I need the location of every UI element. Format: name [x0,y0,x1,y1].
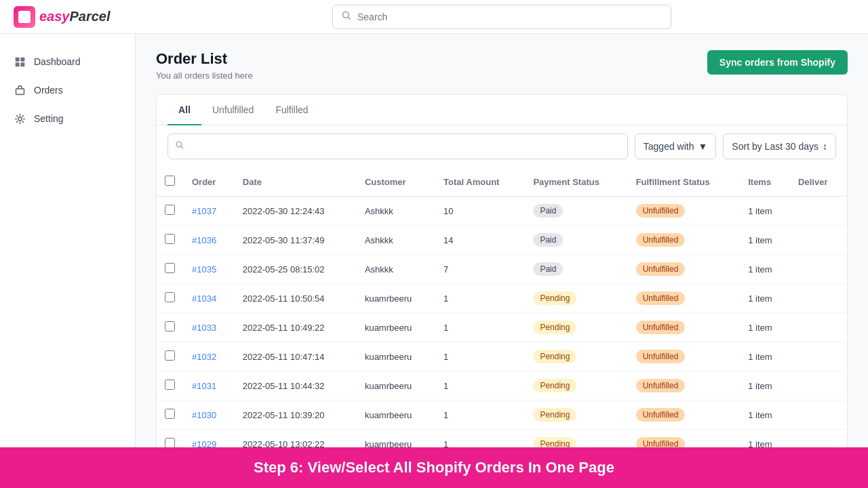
row-date: 2022-05-11 10:47:14 [235,342,357,371]
row-checkbox[interactable] [165,205,175,215]
sync-orders-button[interactable]: Sync orders from Shopify [707,50,848,75]
row-checkbox[interactable] [165,321,175,331]
row-checkbox[interactable] [165,409,175,419]
row-fulfillment: Unfulfilled [628,430,741,448]
col-customer: Customer [357,167,435,197]
row-items: 1 item [740,401,790,430]
row-customer: Ashkkk [357,197,435,226]
row-date: 2022-05-11 10:44:32 [235,371,357,401]
row-payment: Paid [525,197,627,226]
row-checkbox[interactable] [165,263,175,273]
col-payment: Payment Status [525,167,627,197]
row-order[interactable]: #1031 [184,371,235,401]
table-row: #1029 2022-05-10 13:02:22 kuamrbeeru 1 P… [157,430,847,448]
row-order[interactable]: #1035 [184,255,235,284]
main-layout: Dashboard Orders Setting Order List You … [0,34,868,447]
row-order[interactable]: #1029 [184,430,235,448]
select-all-checkbox[interactable] [165,176,175,186]
table-search-filter[interactable] [167,134,628,159]
row-checkbox[interactable] [165,350,175,361]
svg-rect-5 [16,88,24,94]
col-order: Order [184,167,235,197]
row-amount: 10 [435,197,525,226]
row-order[interactable]: #1033 [184,313,235,342]
row-checkbox-cell[interactable] [157,197,184,226]
sidebar-item-dashboard[interactable]: Dashboard [0,47,135,76]
logo-text: easyParcel [39,9,111,24]
svg-rect-2 [20,57,24,61]
row-date: 2022-05-25 08:15:02 [235,255,357,284]
row-order[interactable]: #1034 [184,284,235,313]
row-deliver [790,197,847,226]
row-customer: kuamrbeeru [357,284,435,313]
row-payment: Pending [525,401,627,430]
row-checkbox-cell[interactable] [157,284,184,313]
row-checkbox-cell[interactable] [157,430,184,448]
box-icon [14,84,26,96]
sidebar: Dashboard Orders Setting [0,34,136,447]
tab-fulfilled[interactable]: Fulfilled [264,95,319,125]
row-items: 1 item [740,342,790,371]
tab-all[interactable]: All [167,95,201,125]
row-payment: Pending [525,430,627,448]
col-deliver: Deliver [790,167,847,197]
row-checkbox[interactable] [165,234,175,244]
sort-by-button[interactable]: Sort by Last 30 days ↕ [723,134,836,159]
row-date: 2022-05-10 13:02:22 [235,430,357,448]
sidebar-item-orders[interactable]: Orders [0,76,135,104]
tab-bar: All Unfulfilled Fulfilled [157,95,847,125]
sidebar-item-label: Setting [34,113,64,124]
row-customer: kuamrbeeru [357,401,435,430]
row-payment: Pending [525,313,627,342]
top-bar: easyParcel [0,0,868,34]
row-deliver [790,401,847,430]
row-customer: kuamrbeeru [357,371,435,401]
row-deliver [790,255,847,284]
row-checkbox-cell[interactable] [157,313,184,342]
orders-table-wrapper: Order Date Customer Total Amount Payment… [157,167,847,447]
row-deliver [790,342,847,371]
row-order[interactable]: #1032 [184,342,235,371]
search-icon [175,140,184,152]
table-search-input[interactable] [189,141,620,152]
search-input[interactable] [357,12,663,22]
search-bar[interactable] [332,5,671,29]
row-checkbox[interactable] [165,438,175,447]
row-checkbox-cell[interactable] [157,255,184,284]
row-order[interactable]: #1037 [184,197,235,226]
row-deliver [790,430,847,448]
row-checkbox[interactable] [165,380,175,390]
row-customer: Ashkkk [357,255,435,284]
table-row: #1033 2022-05-11 10:49:22 kuamrbeeru 1 P… [157,313,847,342]
row-items: 1 item [740,371,790,401]
row-date: 2022-05-30 12:24:43 [235,197,357,226]
row-fulfillment: Unfulfilled [628,284,741,313]
row-fulfillment: Unfulfilled [628,226,741,255]
row-order[interactable]: #1030 [184,401,235,430]
row-fulfillment: Unfulfilled [628,401,741,430]
row-items: 1 item [740,197,790,226]
sidebar-item-setting[interactable]: Setting [0,104,135,133]
row-fulfillment: Unfulfilled [628,197,741,226]
row-customer: kuamrbeeru [357,430,435,448]
col-amount: Total Amount [435,167,525,197]
select-all-header[interactable] [157,167,184,197]
chevron-down-icon: ▼ [698,141,708,152]
row-order[interactable]: #1036 [184,226,235,255]
row-checkbox-cell[interactable] [157,342,184,371]
logo-icon [14,6,35,28]
row-payment: Paid [525,226,627,255]
row-items: 1 item [740,313,790,342]
svg-point-6 [18,117,21,120]
tab-unfulfilled[interactable]: Unfulfilled [201,95,264,125]
row-checkbox-cell[interactable] [157,371,184,401]
content-area: Order List You all orders listed here Sy… [136,34,868,447]
row-items: 1 item [740,430,790,448]
row-checkbox-cell[interactable] [157,401,184,430]
table-row: #1036 2022-05-30 11:37:49 Ashkkk 14 Paid… [157,226,847,255]
row-date: 2022-05-11 10:39:20 [235,401,357,430]
tagged-with-button[interactable]: Tagged with ▼ [635,134,717,159]
row-checkbox-cell[interactable] [157,226,184,255]
row-fulfillment: Unfulfilled [628,342,741,371]
row-checkbox[interactable] [165,292,175,302]
